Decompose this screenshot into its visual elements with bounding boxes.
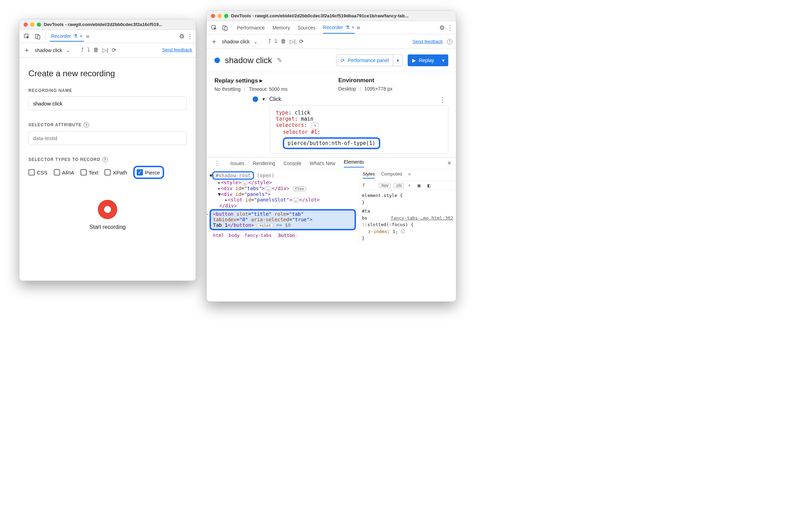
titlebar: DevTools - rawgit.com/ebidel/2d2bb0cdec3… xyxy=(207,11,456,21)
edit-title-icon[interactable]: ✎ xyxy=(277,57,282,64)
more-tabs-icon[interactable]: » xyxy=(408,171,410,179)
export-icon[interactable]: ⤴ xyxy=(81,47,84,53)
tab-whatsnew[interactable]: What's New xyxy=(309,161,335,166)
replay-settings-label[interactable]: Replay settings ▸ xyxy=(214,77,324,84)
zoom-traffic-light[interactable] xyxy=(37,23,41,27)
new-recording-icon[interactable]: ＋ xyxy=(23,45,31,55)
recording-name[interactable]: shadow click xyxy=(35,48,62,53)
slot-badge[interactable]: ⬉slot xyxy=(257,223,273,228)
new-recording-icon[interactable]: ＋ xyxy=(210,37,218,46)
selector-attribute-input[interactable] xyxy=(28,131,187,145)
window-title: DevTools - rawgit.com/ebidel/2d2bb0cdec3… xyxy=(231,13,408,18)
style-rules[interactable]: element.style { } #ta bsfancy-tabs-…mo.h… xyxy=(359,190,456,244)
drawer: ⋮ Issues Rendering Console What's New El… xyxy=(207,157,456,244)
device-toggle-icon[interactable] xyxy=(33,32,42,41)
flask-icon: ⚗ xyxy=(73,33,78,39)
breadcrumbs[interactable]: html body fancy-tabs button xyxy=(210,231,356,239)
close-traffic-light[interactable] xyxy=(24,23,28,27)
help-icon[interactable]: ? xyxy=(84,122,89,128)
step-block: ▼ Click ⋮ type: click target: main selec… xyxy=(207,96,456,157)
checkbox-xpath[interactable]: XPath xyxy=(104,166,127,179)
main-toolbar: Recorder ⚗ × » ⚙ ⋮ xyxy=(19,30,196,43)
replay-button[interactable]: ▶ Replay xyxy=(408,54,439,66)
help-icon[interactable]: ? xyxy=(102,157,108,162)
step-menu-icon[interactable]: ⋮ xyxy=(439,96,446,104)
zoom-traffic-light[interactable] xyxy=(224,14,228,18)
tab-sources[interactable]: Sources xyxy=(298,22,315,33)
tab-issues[interactable]: Issues xyxy=(230,161,244,166)
dom-tree[interactable]: ▼#shadow-root (open) ▸<style>…</style> ▸… xyxy=(207,169,359,244)
recording-name[interactable]: shadow click xyxy=(222,39,249,44)
settings-gear-icon[interactable]: ⚙ xyxy=(439,24,445,32)
import-icon[interactable]: ⤵ xyxy=(87,47,90,53)
step-details: ⋮ type: click target: main selectors: ⬉ … xyxy=(270,105,448,154)
more-tabs-icon[interactable]: » xyxy=(86,33,90,40)
recording-title: shadow click xyxy=(225,55,272,65)
tab-computed[interactable]: Computed xyxy=(381,171,402,179)
checkbox-aria[interactable]: ARIA xyxy=(54,166,74,179)
replay-dropdown[interactable]: ▾ xyxy=(439,54,448,66)
export-icon[interactable]: ⤴ xyxy=(268,38,271,45)
tab-elements[interactable]: Elements xyxy=(344,159,364,168)
tab-recorder[interactable]: Recorder ⚗ × xyxy=(50,31,84,42)
help-icon[interactable]: ? xyxy=(447,39,452,44)
close-tab-icon[interactable]: × xyxy=(80,33,83,39)
kebab-menu-icon[interactable]: ⋮ xyxy=(447,24,453,32)
svg-rect-2 xyxy=(37,35,40,39)
computed-toggle-icon[interactable]: ▣ xyxy=(415,183,423,188)
delete-icon[interactable]: 🗑 xyxy=(93,47,99,53)
recording-name-input[interactable] xyxy=(28,96,187,110)
picker-icon[interactable]: ⬉ xyxy=(312,122,319,129)
start-recording-button[interactable] xyxy=(98,200,117,219)
tab-recorder[interactable]: Recorder ⚗ × xyxy=(323,22,355,34)
settings-gear-icon[interactable]: ⚙ xyxy=(179,33,185,40)
checkbox-css[interactable]: CSS xyxy=(28,166,48,179)
recording-header: shadow click ✎ ⟳ Performance panel ▾ ▶ R… xyxy=(207,49,456,72)
source-link[interactable]: fancy-tabs-…mo.html:302 xyxy=(391,215,453,222)
slow-replay-icon[interactable]: ⟳ xyxy=(112,47,116,53)
environment-label: Environment xyxy=(338,77,448,84)
send-feedback-link[interactable]: Send feedback xyxy=(413,39,443,44)
close-traffic-light[interactable] xyxy=(211,14,215,18)
flex-badge[interactable]: flex xyxy=(292,186,307,191)
step-play-icon[interactable]: ▷| xyxy=(102,47,108,53)
new-rule-icon[interactable]: + xyxy=(407,183,413,188)
tab-styles[interactable]: Styles xyxy=(363,171,375,179)
cls-toggle[interactable]: .cls xyxy=(393,183,404,188)
shadow-root-highlight: #shadow-root xyxy=(212,171,254,180)
close-tab-icon[interactable]: × xyxy=(352,25,355,30)
node-menu-icon[interactable]: ⋯ xyxy=(207,211,211,218)
tab-memory[interactable]: Memory xyxy=(272,22,290,33)
step-play-icon[interactable]: ▷| xyxy=(290,38,295,45)
hov-toggle[interactable]: :hov xyxy=(379,183,391,188)
send-feedback-link[interactable]: Send feedback xyxy=(162,48,192,52)
kebab-menu-icon[interactable]: ⋮ xyxy=(187,33,193,40)
performance-panel-dropdown[interactable]: ▾ xyxy=(393,54,403,66)
pierce-highlight: ✓Pierce xyxy=(133,166,164,179)
import-icon[interactable]: ⤵ xyxy=(274,38,277,45)
recording-dropdown-icon[interactable]: ⌄ xyxy=(254,39,258,44)
collapse-icon[interactable]: ▼ xyxy=(262,97,266,102)
checkbox-pierce[interactable]: ✓Pierce xyxy=(137,169,160,175)
tab-console[interactable]: Console xyxy=(283,161,301,166)
inspect-icon[interactable] xyxy=(22,32,31,41)
device-toggle-icon[interactable] xyxy=(221,23,230,32)
drawer-menu-icon[interactable]: ⋮ xyxy=(212,160,222,167)
slow-replay-icon[interactable]: ⟳ xyxy=(299,38,304,45)
minimize-traffic-light[interactable] xyxy=(218,14,222,18)
minimize-traffic-light[interactable] xyxy=(30,23,34,27)
close-drawer-icon[interactable]: × xyxy=(447,160,451,167)
checkbox-text[interactable]: Text xyxy=(80,166,99,179)
timeout-value: Timeout: 5000 ms xyxy=(249,86,288,92)
tab-performance[interactable]: Performance xyxy=(237,22,265,33)
more-tabs-icon[interactable]: » xyxy=(357,24,360,31)
inspect-icon[interactable] xyxy=(210,23,219,32)
tab-rendering[interactable]: Rendering xyxy=(253,161,275,166)
delete-icon[interactable]: 🗑 xyxy=(281,38,286,45)
recording-dropdown-icon[interactable]: ⌄ xyxy=(66,48,70,53)
recorder-toolbar: ＋ shadow click ⌄ ⤴ ⤵ 🗑 ▷| ⟳ Send feedbac… xyxy=(207,34,456,49)
styles-filter-input[interactable] xyxy=(362,182,376,188)
sidebar-toggle-icon[interactable]: ◧ xyxy=(425,183,433,188)
env-device: Desktop xyxy=(338,86,356,92)
performance-panel-button[interactable]: ⟳ Performance panel xyxy=(336,54,393,66)
